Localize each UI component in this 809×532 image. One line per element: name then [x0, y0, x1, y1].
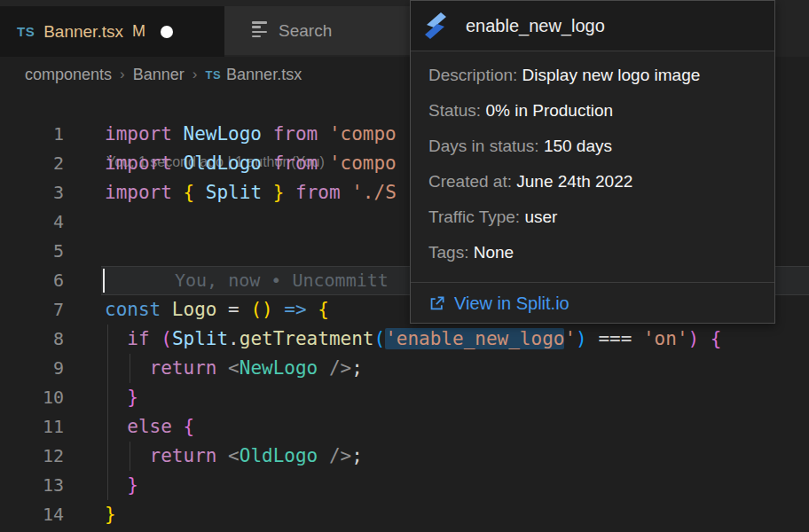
- line-number: 12: [0, 442, 64, 471]
- tab-search-label: Search: [279, 21, 332, 41]
- code-line-8[interactable]: 8 if (Split.getTreatment('enable_new_log…: [0, 325, 809, 354]
- tooltip-header: enable_new_logo: [411, 1, 774, 51]
- tooltip-row-label: Days in status:: [428, 137, 544, 155]
- line-number: 1: [0, 120, 64, 149]
- line-number: 8: [0, 325, 64, 354]
- code-text: return <NewLogo />;: [105, 354, 363, 383]
- tooltip-row-label: Created at:: [428, 172, 516, 191]
- git-modified-badge: M: [132, 22, 145, 41]
- text-cursor: [103, 269, 105, 293]
- code-text: }: [105, 471, 138, 500]
- line-number: 5: [0, 237, 64, 266]
- code-line-12[interactable]: 12 return <OldLogo />;: [0, 442, 809, 471]
- split-logo-icon: [424, 12, 447, 39]
- code-text: }: [105, 500, 116, 529]
- search-list-icon: [252, 21, 268, 39]
- code-text: import NewLogo from 'compo: [105, 120, 397, 149]
- code-text: import { Split } from './S: [105, 178, 397, 207]
- external-link-icon: [428, 295, 445, 312]
- tooltip-row-tags: Tags: None: [428, 235, 757, 270]
- tooltip-row-created-at: Created at: June 24th 2022: [428, 164, 757, 200]
- code-line-13[interactable]: 13 }: [0, 471, 809, 500]
- line-number: 10: [0, 383, 64, 412]
- view-in-split-label: View in Split.io: [454, 293, 569, 314]
- code-line-10[interactable]: 10 }: [0, 383, 809, 412]
- code-line-14[interactable]: 14}: [0, 500, 809, 529]
- line-number: 6: [0, 266, 64, 295]
- code-text: import OldLogo from 'compo: [105, 149, 397, 178]
- tooltip-row-value: user: [524, 207, 557, 226]
- typescript-file-icon: TS: [17, 24, 35, 39]
- split-feature-flag-tooltip: enable_new_logo Description: Display new…: [410, 0, 775, 324]
- tooltip-row-status: Status: 0% in Production: [428, 93, 757, 129]
- tooltip-footer: View in Split.io: [411, 282, 774, 325]
- line-number: 9: [0, 354, 64, 383]
- code-text: else {: [105, 412, 194, 442]
- line-number: 13: [0, 471, 64, 500]
- tab-banner-tsx[interactable]: TS Banner.tsx M: [0, 6, 224, 57]
- line-number: 3: [0, 178, 64, 207]
- tooltip-body: Description: Display new logo imageStatu…: [411, 51, 774, 282]
- tooltip-row-value: Display new logo image: [522, 66, 701, 84]
- line-number: 14: [0, 500, 64, 529]
- tooltip-row-days-in-status: Days in status: 150 days: [428, 129, 757, 164]
- line-number: 7: [0, 295, 64, 325]
- code-text: }: [105, 383, 138, 412]
- line-number: 11: [0, 412, 64, 442]
- line-number: 4: [0, 207, 64, 237]
- code-line-11[interactable]: 11 else {: [0, 412, 809, 442]
- tooltip-row-value: None: [474, 243, 514, 262]
- tooltip-row-value: 0% in Production: [485, 101, 613, 120]
- tooltip-row-traffic-type: Traffic Type: user: [428, 200, 757, 235]
- line-number: 2: [0, 149, 64, 178]
- tooltip-row-label: Traffic Type:: [428, 207, 524, 226]
- tooltip-row-label: Status:: [428, 101, 485, 120]
- tooltip-row-value: 150 days: [544, 137, 612, 155]
- tab-title: Banner.tsx: [43, 22, 123, 42]
- code-line-9[interactable]: 9 return <NewLogo />;: [0, 354, 809, 383]
- tooltip-row-label: Description:: [428, 66, 522, 84]
- tooltip-row-value: June 24th 2022: [516, 172, 632, 191]
- inline-blame-annotation: You, now • Uncommitt: [175, 266, 389, 295]
- code-text: if (Split.getTreatment('enable_new_logo'…: [105, 325, 722, 354]
- view-in-split-link[interactable]: View in Split.io: [428, 293, 569, 314]
- tooltip-row-description: Description: Display new logo image: [428, 58, 757, 93]
- tooltip-row-label: Tags:: [428, 243, 474, 262]
- unsaved-changes-dot-icon[interactable]: [161, 26, 173, 38]
- code-text: return <OldLogo />;: [105, 442, 363, 471]
- feature-flag-name: enable_new_logo: [466, 16, 605, 36]
- code-text: const Logo = () => {: [105, 295, 329, 325]
